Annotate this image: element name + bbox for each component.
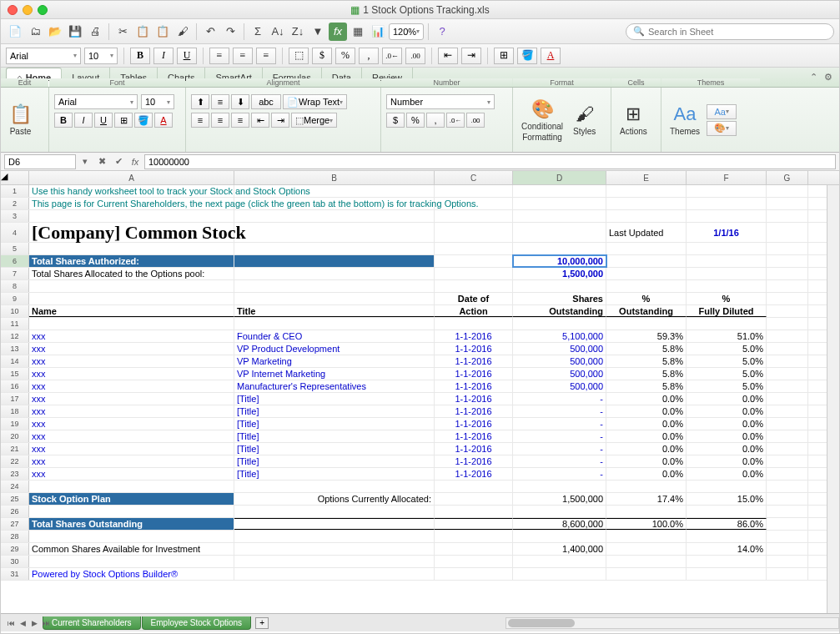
cell-F10[interactable]: Fully Diluted: [687, 305, 767, 317]
cell-B23[interactable]: [Title]: [234, 468, 435, 480]
cell-F12[interactable]: 51.0%: [687, 330, 767, 342]
sheet-tab-options[interactable]: Employee Stock Options: [142, 616, 252, 630]
cell-D31[interactable]: [513, 568, 606, 580]
cell-D29[interactable]: 1,400,000: [513, 543, 606, 555]
font-family-select[interactable]: Arial▾: [6, 48, 81, 64]
name-box[interactable]: D6: [4, 154, 76, 169]
cell-E8[interactable]: [606, 280, 687, 292]
cell-B15[interactable]: VP Internet Marketing: [234, 368, 435, 380]
ribbon-fontcolor[interactable]: A: [154, 113, 173, 128]
cell-D13[interactable]: 500,000: [513, 343, 606, 355]
cell-B26[interactable]: [234, 506, 435, 517]
cell-B11[interactable]: [234, 318, 435, 330]
align-top[interactable]: ⬆: [191, 94, 209, 109]
h-scroll-thumb[interactable]: [508, 619, 575, 627]
italic-button[interactable]: I: [153, 48, 174, 64]
cell-A26[interactable]: [29, 506, 234, 517]
cell-A28[interactable]: [29, 531, 234, 542]
cell-G26[interactable]: [767, 506, 808, 517]
cell-D11[interactable]: [513, 318, 606, 330]
cell-C5[interactable]: [435, 243, 513, 254]
cell-D15[interactable]: 500,000: [513, 368, 606, 380]
cell-B30[interactable]: [234, 556, 435, 567]
styles-button[interactable]: 🖌 Styles: [570, 102, 599, 138]
cell-D2[interactable]: [513, 198, 606, 209]
cell-C18[interactable]: 1-1-2016: [435, 405, 513, 417]
col-header-b[interactable]: B: [234, 171, 435, 184]
tab-last-icon[interactable]: ⏭: [41, 617, 51, 629]
cell-C16[interactable]: 1-1-2016: [435, 380, 513, 392]
cell-C25[interactable]: [435, 493, 513, 505]
cell-F1[interactable]: [687, 185, 767, 197]
cell-D12[interactable]: 5,100,000: [513, 330, 606, 342]
sort-asc-icon[interactable]: A↓: [269, 23, 287, 41]
cell-C14[interactable]: 1-1-2016: [435, 355, 513, 367]
cell-A6[interactable]: Total Shares Authorized:: [29, 255, 234, 267]
cell-C1[interactable]: [435, 185, 513, 197]
cell-F29[interactable]: 14.0%: [687, 543, 767, 555]
cell-A27[interactable]: Total Shares Outstanding: [29, 518, 234, 530]
cell-D23[interactable]: -: [513, 468, 606, 480]
cut-icon[interactable]: ✂: [113, 23, 132, 41]
paste-button[interactable]: 📋 Paste: [6, 102, 35, 138]
cell-C4[interactable]: [435, 223, 513, 242]
currency-r[interactable]: $: [386, 113, 405, 128]
cell-B7[interactable]: [234, 268, 435, 279]
print-icon[interactable]: 🖨: [86, 23, 104, 41]
row-header[interactable]: 23: [1, 468, 29, 480]
cell-A17[interactable]: xxx: [29, 393, 234, 405]
cell-A22[interactable]: xxx: [29, 455, 234, 467]
row-header[interactable]: 27: [1, 518, 29, 530]
cell-G1[interactable]: [767, 185, 808, 197]
cell-A8[interactable]: [29, 280, 234, 292]
name-dropdown[interactable]: ▾: [78, 154, 93, 169]
help-icon[interactable]: ?: [433, 23, 451, 41]
cell-A2[interactable]: This page is for Current Shareholders, t…: [29, 198, 234, 209]
cell-C29[interactable]: [435, 543, 513, 555]
currency-button[interactable]: $: [312, 48, 332, 64]
save-icon[interactable]: 💾: [66, 23, 84, 41]
cell-G22[interactable]: [767, 455, 808, 467]
row-header[interactable]: 9: [1, 293, 29, 304]
cell-G9[interactable]: [767, 293, 808, 304]
cell-D25[interactable]: 1,500,000: [513, 493, 606, 505]
row-header[interactable]: 1: [1, 185, 29, 197]
row-header[interactable]: 31: [1, 568, 29, 580]
cell-C7[interactable]: [435, 268, 513, 279]
cell-G11[interactable]: [767, 318, 808, 330]
increase-decimal-button[interactable]: .00: [405, 48, 425, 64]
row-header[interactable]: 13: [1, 343, 29, 355]
cell-F20[interactable]: 0.0%: [687, 430, 767, 442]
row-header[interactable]: 16: [1, 380, 29, 392]
cell-F23[interactable]: 0.0%: [687, 468, 767, 480]
theme-aa-button[interactable]: Aa▾: [707, 104, 737, 119]
theme-colors-button[interactable]: 🎨▾: [707, 121, 737, 136]
cell-C12[interactable]: 1-1-2016: [435, 330, 513, 342]
cell-F24[interactable]: [687, 481, 767, 492]
cell-D27[interactable]: 8,600,000: [513, 518, 606, 530]
align-r[interactable]: ≡: [231, 113, 249, 128]
cell-E10[interactable]: Outstanding: [606, 305, 687, 317]
cell-B9[interactable]: [234, 293, 435, 304]
cell-A29[interactable]: Common Shares Available for Investment: [29, 543, 234, 555]
col-header-f[interactable]: F: [687, 171, 767, 184]
cell-C19[interactable]: 1-1-2016: [435, 418, 513, 430]
fill-color-button[interactable]: 🪣: [517, 48, 537, 64]
cell-D26[interactable]: [513, 506, 606, 517]
cell-G30[interactable]: [767, 556, 808, 567]
percent-r[interactable]: %: [406, 113, 425, 128]
cell-G23[interactable]: [767, 468, 808, 480]
cell-D24[interactable]: [513, 481, 606, 492]
row-header[interactable]: 20: [1, 430, 29, 442]
cell-B14[interactable]: VP Marketing: [234, 355, 435, 367]
cell-B16[interactable]: Manufacturer's Representatives: [234, 380, 435, 392]
align-bot[interactable]: ⬇: [231, 94, 249, 109]
row-header[interactable]: 14: [1, 355, 29, 367]
cell-E25[interactable]: 17.4%: [606, 493, 687, 505]
cell-D16[interactable]: 500,000: [513, 380, 606, 392]
wrap-text-button[interactable]: 📄 Wrap Text ▾: [283, 94, 347, 109]
cell-G8[interactable]: [767, 280, 808, 292]
cell-G19[interactable]: [767, 418, 808, 430]
cell-E26[interactable]: [606, 506, 687, 517]
cell-E3[interactable]: [606, 210, 687, 222]
